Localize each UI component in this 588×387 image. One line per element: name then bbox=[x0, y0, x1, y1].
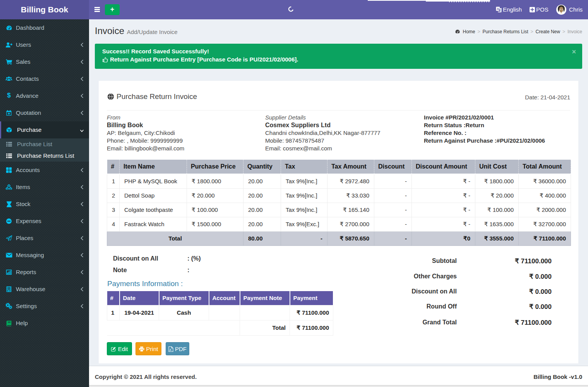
svg-text:文: 文 bbox=[498, 9, 501, 12]
